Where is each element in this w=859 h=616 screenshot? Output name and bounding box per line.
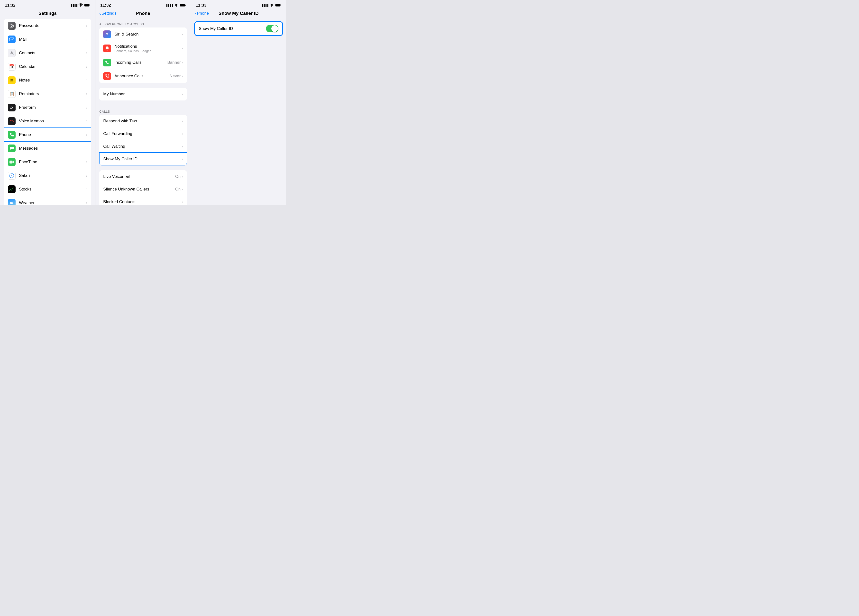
call-waiting-chevron: ›	[181, 144, 183, 149]
weather-label: Weather	[19, 200, 86, 205]
nav-bar-1: Settings	[0, 10, 95, 18]
svg-rect-21	[275, 4, 280, 6]
blocked-contacts-chevron: ›	[181, 200, 183, 204]
live-voicemail-row[interactable]: Live Voicemail On ›	[99, 170, 187, 183]
settings-row-notes[interactable]: Notes ›	[4, 73, 91, 87]
announce-label: Announce Calls	[114, 74, 170, 79]
svg-rect-7	[9, 161, 12, 164]
settings-row-calendar[interactable]: 📅 Calendar ›	[4, 60, 91, 73]
reminders-icon: 📋	[8, 90, 16, 98]
settings-scroll[interactable]: Passwords › Mail ›	[0, 18, 95, 205]
reminders-label: Reminders	[19, 92, 86, 96]
svg-point-19	[106, 34, 108, 35]
silence-unknown-row[interactable]: Silence Unknown Callers On ›	[99, 183, 187, 196]
mail-content: Mail	[19, 37, 86, 42]
stocks-label: Stocks	[19, 187, 86, 192]
caller-id-toggle[interactable]	[266, 25, 278, 32]
respond-text-row[interactable]: Respond with Text ›	[99, 115, 187, 128]
passwords-chevron: ›	[86, 23, 87, 28]
caller-id-scroll: Show My Caller ID	[191, 18, 286, 205]
caller-id-back-button[interactable]: ‹ Phone	[195, 11, 209, 16]
time-1: 11:32	[5, 3, 15, 8]
live-voicemail-value: On	[175, 174, 181, 179]
mail-label: Mail	[19, 37, 86, 42]
call-waiting-row[interactable]: Call Waiting ›	[99, 140, 187, 153]
wifi-icon-3	[270, 3, 274, 8]
siri-chevron: ›	[181, 32, 183, 36]
safari-chevron: ›	[86, 173, 87, 178]
notifications-subtitle: Banners, Sounds, Badges	[114, 49, 181, 53]
settings-row-contacts[interactable]: Contacts ›	[4, 46, 91, 60]
freeform-label: Freeform	[19, 105, 86, 110]
nav-bar-2: ‹ Settings Phone	[95, 10, 191, 18]
stocks-icon	[8, 186, 16, 193]
settings-row-mail[interactable]: Mail ›	[4, 33, 91, 46]
passwords-icon	[8, 22, 16, 30]
status-icons-1: ▐▐▐▐	[70, 3, 90, 8]
facetime-label: FaceTime	[19, 160, 86, 164]
my-number-group: My Number ›	[99, 88, 187, 100]
svg-point-5	[11, 51, 12, 53]
notifications-icon	[103, 45, 111, 52]
messages-chevron: ›	[86, 146, 87, 151]
passwords-label: Passwords	[19, 23, 86, 28]
caller-id-nav-title: Show My Caller ID	[219, 11, 259, 16]
settings-row-messages[interactable]: Messages ›	[4, 142, 91, 155]
call-forwarding-row[interactable]: Call Forwarding ›	[99, 128, 187, 140]
time-3: 11:33	[196, 3, 206, 8]
settings-row-freeform[interactable]: Freeform ›	[4, 101, 91, 114]
notifications-chevron: ›	[181, 46, 183, 51]
status-icons-2: ▐▐▐▐	[166, 3, 186, 8]
settings-row-weather[interactable]: Weather ›	[4, 196, 91, 205]
freeform-icon	[8, 104, 16, 111]
back-label-2: Settings	[102, 11, 116, 16]
show-caller-id-chevron: ›	[181, 157, 183, 161]
caller-id-toggle-row[interactable]: Show My Caller ID	[195, 22, 282, 35]
settings-row-passwords[interactable]: Passwords ›	[4, 19, 91, 33]
siri-search-row[interactable]: Siri & Search ›	[99, 28, 187, 41]
respond-text-label: Respond with Text	[103, 119, 181, 123]
status-bar-1: 11:32 ▐▐▐▐	[0, 0, 95, 10]
incoming-calls-row[interactable]: Incoming Calls Banner ›	[99, 56, 187, 69]
settings-title: Settings	[39, 11, 57, 16]
weather-icon	[8, 199, 16, 205]
phone-back-button[interactable]: ‹ Settings	[99, 11, 116, 16]
caller-id-toggle-label: Show My Caller ID	[199, 26, 266, 31]
svg-rect-4	[9, 38, 14, 41]
stocks-chevron: ›	[86, 187, 87, 192]
section-calls: CALLS	[95, 105, 191, 115]
calendar-icon: 📅	[8, 63, 16, 70]
caller-id-toggle-group: Show My Caller ID	[195, 22, 282, 35]
toggle-knob	[271, 25, 278, 32]
time-2: 11:32	[100, 3, 111, 8]
phone-scroll[interactable]: ALLOW PHONE TO ACCESS Siri & Search › No…	[95, 18, 191, 205]
notifications-row[interactable]: Notifications Banners, Sounds, Badges ›	[99, 41, 187, 56]
my-number-row[interactable]: My Number ›	[99, 88, 187, 100]
call-waiting-label: Call Waiting	[103, 144, 181, 149]
svg-point-9	[11, 175, 12, 176]
settings-panel: 11:32 ▐▐▐▐ Settings Passwords	[0, 0, 95, 205]
notes-icon	[8, 76, 16, 84]
settings-group-main: Passwords › Mail ›	[4, 19, 91, 205]
back-label-3: Phone	[197, 11, 209, 16]
phone-nav-title: Phone	[136, 11, 150, 16]
settings-row-reminders[interactable]: 📋 Reminders ›	[4, 87, 91, 101]
announce-calls-row[interactable]: Announce Calls Never ›	[99, 69, 187, 83]
call-forwarding-chevron: ›	[181, 132, 183, 136]
wifi-icon-2	[174, 3, 178, 8]
incoming-value: Banner	[167, 60, 181, 65]
calendar-chevron: ›	[86, 64, 87, 69]
incoming-icon	[103, 59, 111, 66]
settings-row-stocks[interactable]: Stocks ›	[4, 182, 91, 196]
blocked-contacts-row[interactable]: Blocked Contacts ›	[99, 196, 187, 205]
messages-label: Messages	[19, 146, 86, 151]
settings-row-safari[interactable]: Safari ›	[4, 169, 91, 182]
announce-chevron: ›	[181, 74, 183, 78]
my-number-chevron: ›	[181, 92, 183, 96]
show-caller-id-row[interactable]: Show My Caller ID ›	[99, 153, 187, 165]
settings-row-voicememos[interactable]: Voice Memos ›	[4, 114, 91, 128]
messages-icon	[8, 145, 16, 152]
settings-row-facetime[interactable]: FaceTime ›	[4, 155, 91, 169]
settings-row-phone[interactable]: Phone ›	[4, 128, 91, 142]
status-bar-2: 11:32 ▐▐▐▐	[95, 0, 191, 10]
